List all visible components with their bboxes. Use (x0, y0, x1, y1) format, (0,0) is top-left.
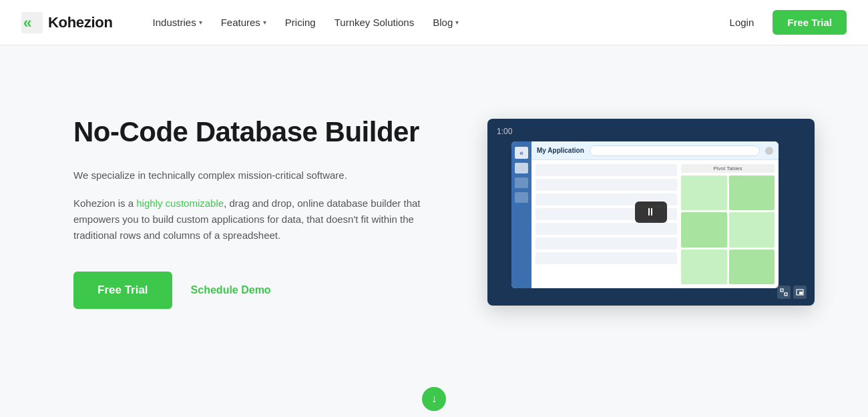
app-topbar: My Application (531, 141, 779, 160)
hero-subtitle: We specialize in technically complex mis… (73, 167, 421, 183)
svg-rect-3 (785, 293, 787, 296)
app-sidebar: « (511, 141, 531, 288)
video-controls (777, 286, 807, 299)
nav-right: Login Free Trial (722, 10, 847, 35)
sidebar-nav-item (515, 192, 528, 203)
hero-description: Kohezion is a highly customizable, drag … (73, 195, 421, 244)
fullscreen-icon (780, 288, 788, 296)
navbar: « Kohezion Industries ▾ Features ▾ Prici… (0, 0, 868, 45)
data-row (535, 164, 677, 176)
nav-item-features[interactable]: Features ▾ (213, 11, 274, 33)
chevron-down-icon: ▾ (199, 19, 202, 26)
data-row (535, 179, 677, 191)
logo-icon: « (21, 12, 43, 33)
app-sidebar-logo: « (515, 147, 528, 159)
sidebar-nav-item (515, 177, 528, 188)
hero-buttons: Free Trial Schedule Demo (73, 272, 421, 309)
pause-icon: ⏸ (645, 206, 658, 218)
pivot-cell (681, 175, 727, 210)
app-content: Pivot Tables (531, 160, 779, 288)
svg-rect-5 (799, 292, 803, 294)
pivot-cell (729, 212, 775, 247)
brand-logo[interactable]: « Kohezion (21, 12, 113, 33)
hero-title: No-Code Database Builder (73, 115, 421, 149)
scroll-indicator: ↓ (0, 379, 868, 416)
schedule-demo-link[interactable]: Schedule Demo (191, 284, 271, 296)
chevron-down-icon: ↓ (431, 394, 437, 404)
pivot-cell (681, 212, 727, 247)
svg-text:«: « (23, 14, 32, 31)
chevron-down-icon: ▾ (455, 19, 459, 26)
fullscreen-button[interactable] (777, 286, 791, 299)
nav-item-industries[interactable]: Industries ▾ (145, 11, 210, 33)
video-timestamp: 1:00 (497, 127, 512, 136)
brand-name: Kohezion (48, 14, 113, 31)
free-trial-button-nav[interactable]: Free Trial (773, 10, 847, 35)
nav-item-blog[interactable]: Blog ▾ (425, 11, 467, 33)
data-rows-panel (535, 164, 677, 284)
data-row (535, 223, 677, 235)
data-row (535, 238, 677, 250)
free-trial-button-hero[interactable]: Free Trial (73, 272, 172, 309)
pivot-panel: Pivot Tables (681, 164, 775, 284)
hero-right: 1:00 « My Application (487, 119, 815, 306)
svg-rect-2 (781, 289, 783, 292)
sidebar-nav-item (515, 163, 528, 173)
hero-left: No-Code Database Builder We specialize i… (73, 115, 421, 309)
pause-button[interactable]: ⏸ (635, 201, 667, 223)
chevron-down-icon: ▾ (263, 19, 266, 26)
app-search-bar (590, 145, 760, 156)
highlight-link[interactable]: highly customizable (136, 197, 224, 209)
pivot-cell (729, 250, 775, 284)
pivot-cell (729, 175, 775, 210)
app-title: My Application (537, 147, 584, 154)
demo-video: 1:00 « My Application (487, 119, 815, 306)
pip-button[interactable] (793, 286, 807, 299)
pip-icon (796, 288, 804, 296)
pivot-grid (681, 175, 775, 284)
hero-section: No-Code Database Builder We specialize i… (0, 45, 868, 379)
nav-item-pricing[interactable]: Pricing (277, 11, 324, 33)
login-button[interactable]: Login (722, 11, 763, 33)
scroll-down-button[interactable]: ↓ (422, 387, 446, 411)
pivot-cell (681, 250, 727, 284)
nav-links: Industries ▾ Features ▾ Pricing Turnkey … (145, 11, 722, 33)
nav-item-turnkey[interactable]: Turnkey Solutions (327, 11, 423, 33)
app-close-btn (765, 147, 773, 155)
data-row (535, 252, 677, 264)
pivot-label: Pivot Tables (681, 164, 775, 173)
